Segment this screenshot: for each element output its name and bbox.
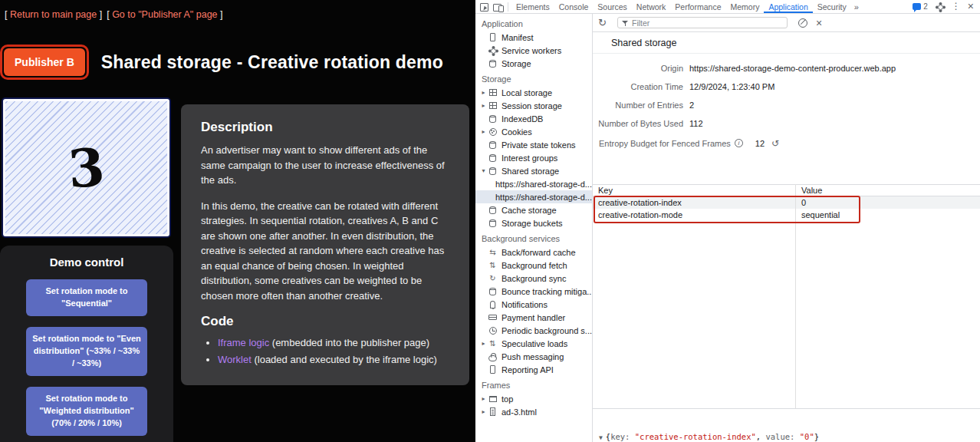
expand-arrow-icon[interactable] <box>479 392 488 405</box>
sidebar-item-label: Payment handler <box>502 313 565 322</box>
sidebar-item[interactable]: Background sync <box>475 272 592 285</box>
metadata-label: Number of Bytes Used <box>593 119 683 128</box>
sidebar-item[interactable]: Payment handler <box>475 311 592 324</box>
publisher-b-button[interactable]: Publisher B <box>4 48 85 76</box>
sidebar-item-label: https://shared-storage-d... <box>495 180 592 189</box>
filter-input[interactable]: Filter <box>617 17 788 28</box>
devtools-tab[interactable]: Console <box>554 0 594 13</box>
sidebar-item[interactable]: Private state tokens <box>475 138 592 151</box>
metadata-label: Creation Time <box>593 82 683 91</box>
sidebar-item[interactable]: Periodic background s... <box>475 324 592 337</box>
sidebar-item[interactable]: Storage <box>475 57 592 70</box>
expand-arrow-icon[interactable] <box>479 405 488 418</box>
devtools-tabs: Elements Console Sources Network Perform… <box>511 0 851 13</box>
description-heading: Description <box>201 120 449 135</box>
preview-summary[interactable]: ▼{key: "creative-rotation-index", value:… <box>599 432 980 442</box>
devtools-tab[interactable]: Network <box>632 0 671 13</box>
metadata-label: Origin <box>593 64 683 73</box>
expand-arrow-icon[interactable] <box>479 164 488 177</box>
expand-arrow-icon[interactable] <box>479 86 488 99</box>
expand-arrow-icon[interactable] <box>479 125 488 138</box>
demo-control-panel: Demo control Set rotation mode to "Seque… <box>0 246 173 442</box>
issues-count: 2 <box>923 2 928 11</box>
annotation-box-publisher: Publisher B <box>0 45 89 80</box>
code-heading: Code <box>201 314 449 329</box>
sidebar-item[interactable]: Local storage <box>475 86 592 99</box>
sidebar-item[interactable]: Bounce tracking mitiga... <box>475 285 592 298</box>
clear-icon[interactable]: × <box>816 18 822 28</box>
page-title: Shared storage - Creative rotation demo <box>101 52 443 73</box>
page-link[interactable]: [ Return to main page ] <box>5 9 102 20</box>
rotation-mode-button[interactable]: Set rotation mode to "Weighted distribut… <box>26 387 147 436</box>
sidebar-item[interactable]: Interest groups <box>475 151 592 164</box>
sidebar-item[interactable]: Shared storage <box>475 164 592 177</box>
metadata-value: 112 <box>689 119 703 128</box>
devtools-tab[interactable]: Application <box>764 0 812 13</box>
rotation-mode-button[interactable]: Set rotation mode to "Sequential" <box>26 279 147 316</box>
inspect-element-icon[interactable] <box>478 2 491 12</box>
storage-entry-row[interactable]: creative-rotation-mode sequential <box>593 209 980 221</box>
publisher-page: [ Return to main page ] [ Go to "Publish… <box>0 0 475 442</box>
entropy-budget-row: Entropy Budget for Fenced Frames i 12 ↺ <box>593 133 980 153</box>
delete-all-icon[interactable] <box>798 18 807 28</box>
sidebar-item[interactable]: https://shared-storage-d... <box>475 177 592 190</box>
more-tabs-icon[interactable]: » <box>851 2 862 12</box>
refresh-icon[interactable]: ↻ <box>598 17 610 28</box>
metadata-label: Number of Entries <box>593 101 683 110</box>
metadata-row: Origin https://shared-storage-demo-conte… <box>593 59 980 78</box>
device-toolbar-icon[interactable] <box>492 2 505 12</box>
code-link[interactable]: Worklet <box>218 354 252 365</box>
sidebar-section: Background services Back/forward cache <box>475 229 592 376</box>
sidebar-item[interactable]: Service workers <box>475 44 592 57</box>
page-link[interactable]: [ Go to "Publisher A" page ] <box>107 9 222 20</box>
sidebar-item[interactable]: Back/forward cache <box>475 246 592 259</box>
sidebar-item-label: Notifications <box>502 300 548 309</box>
kebab-menu-icon[interactable]: ⋮ <box>952 2 961 12</box>
issues-counter[interactable]: 2 <box>913 2 928 11</box>
sidebar-item-label: Background fetch <box>502 261 567 270</box>
sidebar-item[interactable]: top <box>475 392 592 405</box>
devtools-tab[interactable]: Security <box>813 0 851 13</box>
devtools-tab[interactable]: Sources <box>593 0 632 13</box>
expand-arrow-icon[interactable] <box>479 337 488 350</box>
sidebar-item[interactable]: Background fetch <box>475 259 592 272</box>
sidebar-item-icon <box>488 312 498 322</box>
storage-entry-row[interactable]: creative-rotation-index 0 <box>593 196 980 209</box>
expand-arrow-icon[interactable] <box>479 99 488 112</box>
sidebar-item[interactable]: Storage buckets <box>475 216 592 229</box>
sidebar-item-label: Service workers <box>502 46 561 55</box>
column-header-value[interactable]: Value <box>795 186 822 195</box>
sidebar-item[interactable]: https://shared-storage-d... <box>475 190 592 203</box>
description-para-2: In this demo, the creative can be rotate… <box>201 199 449 304</box>
sidebar-item[interactable]: Cookies <box>475 125 592 138</box>
info-icon[interactable]: i <box>735 139 743 147</box>
sidebar-item[interactable]: Push messaging <box>475 350 592 363</box>
grid-header[interactable]: Key Value <box>593 184 980 196</box>
devtools-tab[interactable]: Elements <box>511 0 554 13</box>
sidebar-item[interactable]: IndexedDB <box>475 112 592 125</box>
sidebar-item[interactable]: Manifest <box>475 31 592 44</box>
sidebar-item[interactable]: Reporting API <box>475 363 592 376</box>
reset-budget-icon[interactable]: ↺ <box>771 138 779 149</box>
creative-frame[interactable]: 3 <box>2 97 171 238</box>
column-header-key[interactable]: Key <box>593 186 795 195</box>
grid-rows: creative-rotation-index 0 creative-rotat… <box>593 196 980 221</box>
devtools-tab[interactable]: Performance <box>670 0 725 13</box>
settings-gear-icon[interactable] <box>935 2 945 12</box>
tabbar-divider <box>508 2 508 12</box>
entry-key: creative-rotation-mode <box>593 210 795 219</box>
creative-number: 3 <box>66 136 107 200</box>
expander-triangle-icon[interactable]: ▼ <box>599 433 603 442</box>
code-link[interactable]: Iframe logic <box>218 337 269 348</box>
sidebar-item[interactable]: Notifications <box>475 298 592 311</box>
sidebar-item[interactable]: Cache storage <box>475 203 592 216</box>
rotation-mode-button[interactable]: Set rotation mode to "Even distribution"… <box>26 327 147 376</box>
devtools-tab[interactable]: Memory <box>725 0 764 13</box>
sidebar-item[interactable]: Speculative loads <box>475 337 592 350</box>
sidebar-item-icon <box>488 45 498 55</box>
sidebar-item-label: Back/forward cache <box>502 248 576 257</box>
sidebar-item-label: Speculative loads <box>502 339 567 348</box>
sidebar-item[interactable]: ad-3.html <box>475 405 592 418</box>
sidebar-item[interactable]: Session storage <box>475 99 592 112</box>
devtools-close-icon[interactable]: × <box>968 2 974 12</box>
